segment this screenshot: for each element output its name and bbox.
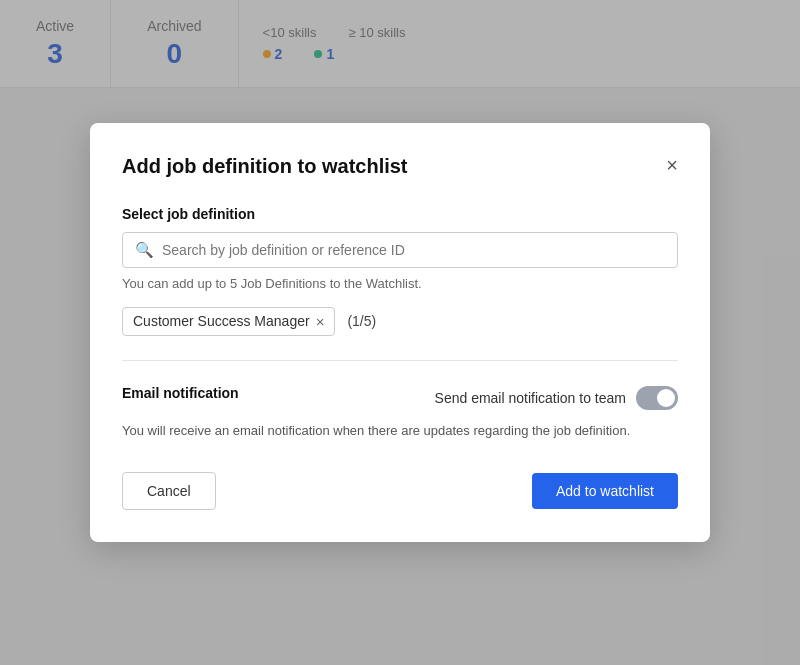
add-to-watchlist-button[interactable]: Add to watchlist	[532, 473, 678, 509]
section-divider	[122, 360, 678, 361]
email-toggle[interactable]	[636, 386, 678, 410]
search-icon: 🔍	[135, 241, 154, 259]
modal-footer: Cancel Add to watchlist	[122, 472, 678, 510]
toggle-knob	[657, 389, 675, 407]
modal-overlay: Add job definition to watchlist × Select…	[0, 0, 800, 665]
selected-tag: Customer Success Manager ×	[122, 307, 335, 336]
modal: Add job definition to watchlist × Select…	[90, 123, 710, 543]
email-header-row: Email notification Send email notificati…	[122, 385, 678, 411]
close-button[interactable]: ×	[666, 155, 678, 175]
email-description: You will receive an email notification w…	[122, 421, 678, 441]
search-box: 🔍	[122, 232, 678, 268]
toggle-label: Send email notification to team	[435, 390, 626, 406]
modal-header: Add job definition to watchlist ×	[122, 155, 678, 178]
tag-remove-button[interactable]: ×	[316, 313, 325, 330]
search-input[interactable]	[162, 242, 665, 258]
select-job-section: Select job definition 🔍 You can add up t…	[122, 206, 678, 336]
modal-title: Add job definition to watchlist	[122, 155, 408, 178]
email-section: Email notification Send email notificati…	[122, 385, 678, 441]
toggle-row: Send email notification to team	[435, 386, 678, 410]
hint-text: You can add up to 5 Job Definitions to t…	[122, 276, 678, 291]
email-section-label: Email notification	[122, 385, 239, 401]
cancel-button[interactable]: Cancel	[122, 472, 216, 510]
tags-row: Customer Success Manager × (1/5)	[122, 307, 678, 336]
tag-label: Customer Success Manager	[133, 313, 310, 329]
select-section-label: Select job definition	[122, 206, 678, 222]
selection-count: (1/5)	[347, 313, 376, 329]
